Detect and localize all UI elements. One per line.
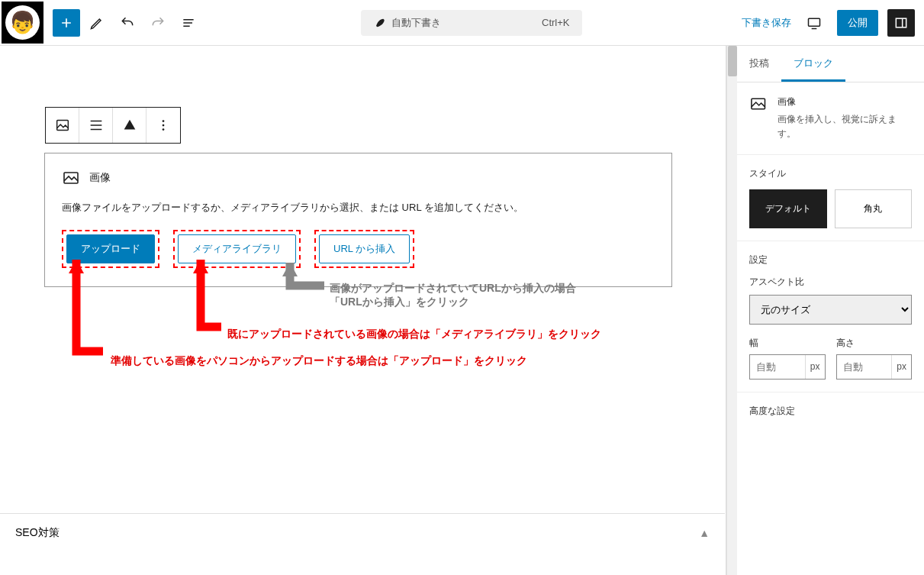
svg-rect-0 <box>809 18 820 26</box>
seo-label: SEO対策 <box>15 526 60 540</box>
image-icon <box>54 117 71 134</box>
svg-marker-7 <box>69 260 84 273</box>
advanced-settings-toggle[interactable]: 高度な設定 <box>737 392 924 430</box>
feather-icon <box>373 17 385 29</box>
redo-icon <box>150 15 166 31</box>
undo-button[interactable] <box>114 9 141 37</box>
svg-marker-9 <box>282 263 298 276</box>
pencil-icon <box>89 15 105 31</box>
annotation-arrow-url <box>278 263 332 305</box>
site-avatar[interactable]: 👦 <box>2 2 43 44</box>
aspect-ratio-select[interactable]: 元のサイズ <box>749 295 912 325</box>
settings-section-label: 設定 <box>749 254 912 267</box>
caption-icon <box>121 117 138 134</box>
width-unit[interactable]: px <box>805 355 825 379</box>
width-label: 幅 <box>749 337 826 350</box>
canvas-scrollbar[interactable] <box>726 46 737 575</box>
image-block-title: 画像 <box>89 171 111 185</box>
svg-rect-1 <box>896 18 906 27</box>
settings-panel-toggle[interactable] <box>887 9 915 37</box>
svg-point-5 <box>163 128 165 131</box>
doc-status-text: 自動下書き <box>391 16 441 30</box>
image-icon <box>749 95 767 113</box>
align-button[interactable] <box>79 108 113 143</box>
undo-icon <box>120 15 135 31</box>
list-icon <box>181 15 196 31</box>
redo-button[interactable] <box>144 9 172 37</box>
tab-block[interactable]: ブロック <box>781 46 845 82</box>
style-rounded-button[interactable]: 角丸 <box>835 189 913 228</box>
more-options-button[interactable] <box>146 108 180 143</box>
sidebar-icon <box>893 15 909 31</box>
block-info-description: 画像を挿入し、視覚に訴えます。 <box>778 112 912 141</box>
publish-button[interactable]: 公開 <box>837 10 878 36</box>
svg-point-4 <box>163 124 165 127</box>
preview-button[interactable] <box>800 9 828 37</box>
desktop-icon <box>806 15 822 31</box>
svg-marker-8 <box>193 260 208 273</box>
tab-post[interactable]: 投稿 <box>737 46 781 82</box>
sidebar-tabs: 投稿 ブロック <box>737 46 924 82</box>
editor-canvas[interactable]: 画像 画像ファイルをアップロードするか、メディアライブラリから選択、または UR… <box>0 46 726 575</box>
svg-point-3 <box>163 120 165 122</box>
block-type-button[interactable] <box>46 108 79 143</box>
seo-panel-footer[interactable]: SEO対策 ▲ <box>0 513 725 552</box>
annotation-url-text: 画像がアップロードされていてURLから挿入の場合 「URLから挿入」をクリック <box>330 282 576 309</box>
annotation-arrow-media <box>189 260 227 340</box>
document-status-bar[interactable]: 自動下書き Ctrl+K <box>361 10 582 36</box>
image-icon <box>62 169 80 187</box>
caption-button[interactable] <box>113 108 146 143</box>
annotation-arrow-upload <box>65 260 111 367</box>
annotation-media-text: 既にアップロードされている画像の場合は「メディアライブラリ」をクリック <box>227 328 601 341</box>
plus-icon <box>59 15 74 31</box>
block-info-title: 画像 <box>778 95 912 109</box>
kebab-icon <box>155 117 172 134</box>
width-input[interactable] <box>750 355 805 379</box>
settings-sidebar: 投稿 ブロック 画像 画像を挿入し、視覚に訴えます。 スタイル デフォルト 角丸… <box>737 46 924 575</box>
style-default-button[interactable]: デフォルト <box>749 189 827 228</box>
top-toolbar: 👦 自動下書き Ctrl+K 下書き保存 公開 <box>0 0 924 46</box>
caret-up-icon: ▲ <box>699 527 710 539</box>
block-toolbar <box>45 107 181 144</box>
align-icon <box>88 117 105 134</box>
svg-rect-2 <box>56 121 68 131</box>
height-label: 高さ <box>836 337 913 350</box>
document-overview-button[interactable] <box>175 9 202 37</box>
aspect-ratio-label: アスペクト比 <box>749 276 912 289</box>
scrollbar-thumb[interactable] <box>728 46 737 76</box>
doc-shortcut: Ctrl+K <box>542 17 569 28</box>
image-block-description: 画像ファイルをアップロードするか、メディアライブラリから選択、または URL を… <box>62 201 655 215</box>
save-draft-link[interactable]: 下書き保存 <box>742 16 791 30</box>
height-unit[interactable]: px <box>891 355 911 379</box>
insert-from-url-button[interactable]: URL から挿入 <box>319 234 410 263</box>
image-block-placeholder: 画像 画像ファイルをアップロードするか、メディアライブラリから選択、または UR… <box>44 153 672 287</box>
edit-mode-button[interactable] <box>83 9 111 37</box>
add-block-button[interactable] <box>53 9 80 37</box>
style-section-label: スタイル <box>749 167 912 180</box>
annotation-upload-text: 準備している画像をパソコンからアップロードする場合は「アップロード」をクリック <box>111 354 527 368</box>
height-input[interactable] <box>837 355 892 379</box>
